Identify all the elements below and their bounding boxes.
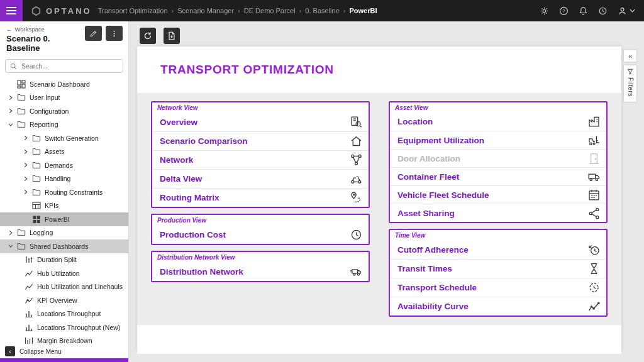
- tree-item-routing-constraints[interactable]: Routing Constraints: [0, 185, 128, 199]
- line-chart-icon: [24, 268, 33, 278]
- kebab-icon: [110, 30, 118, 38]
- tree-item-duration-split[interactable]: Duration Split: [0, 253, 128, 267]
- refresh-button[interactable]: [140, 28, 156, 44]
- settings-icon[interactable]: [539, 6, 549, 16]
- nav-item-label: Transit Times: [397, 264, 452, 273]
- nav-item-label: Scenario Comparison: [160, 136, 248, 146]
- nav-delta-view[interactable]: Delta View: [152, 169, 369, 188]
- tree-item-locations-throughput-new[interactable]: Locations Throughput (New): [0, 321, 128, 334]
- folder-icon: [31, 160, 41, 170]
- nav-overview[interactable]: Overview: [152, 112, 369, 131]
- folder-icon: [16, 241, 26, 251]
- breadcrumb-segment[interactable]: Transport Optimization: [98, 7, 168, 14]
- nav-network[interactable]: Network: [152, 150, 369, 169]
- pencil-icon: [89, 30, 97, 38]
- grid-icon: [31, 214, 41, 224]
- optano-logo[interactable]: OPTANO: [23, 6, 98, 16]
- expand-filters-button[interactable]: «: [624, 50, 636, 62]
- tree-item-label: PowerBI: [45, 216, 70, 223]
- tree-item-hub-utilization-linehauls[interactable]: Hub Utilization and Linehauls: [0, 280, 128, 294]
- table-icon: [31, 201, 41, 211]
- chevron-right-icon[interactable]: [6, 93, 15, 102]
- nav-cutoff-adherence[interactable]: Cutoff Adherence: [390, 240, 606, 259]
- tree-item-scenario-dashboard[interactable]: Scenario Dashboard: [0, 77, 128, 91]
- main-content: TRANSPORT OPTIMIZATION Network View Over…: [130, 21, 644, 362]
- more-options-button[interactable]: [106, 26, 123, 41]
- nav-location[interactable]: Location: [390, 112, 606, 131]
- nav-vehicle-fleet-schedule[interactable]: Vehicle Fleet Schedule: [390, 185, 606, 204]
- folder-icon: [16, 120, 26, 129]
- tree-item-label: Demands: [45, 162, 73, 169]
- nav-item-label: Door Allocation: [397, 154, 460, 163]
- nav-routing-matrix[interactable]: Routing Matrix: [152, 188, 369, 207]
- tree-item-assets[interactable]: Assets: [0, 145, 128, 159]
- notifications-icon[interactable]: [578, 6, 588, 16]
- account-icon: [617, 6, 627, 16]
- tree-item-label: Configuration: [30, 107, 69, 115]
- tree-item-handling[interactable]: Handling: [0, 172, 128, 186]
- tree-item-hub-utilization[interactable]: Hub Utilization: [0, 266, 128, 280]
- folder-icon: [31, 174, 41, 184]
- nav-equipment-utilization[interactable]: Equipment Utilization: [390, 131, 606, 149]
- tree-item-margin-breakdown[interactable]: Margin Breakdown: [0, 334, 128, 345]
- chevron-down-icon[interactable]: [6, 242, 15, 251]
- hourglass-icon: [587, 262, 601, 276]
- report-right-column: Asset View Location Equipment Utilizatio…: [389, 101, 608, 317]
- nav-item-label: Network: [160, 155, 193, 165]
- tree-item-kpi-overview[interactable]: KPI Overview: [0, 293, 128, 307]
- chevron-right-icon[interactable]: [6, 107, 15, 116]
- tree-item-powerbi[interactable]: PowerBI: [0, 212, 128, 226]
- tree-item-logging[interactable]: Logging: [0, 226, 128, 240]
- nav-transport-schedule[interactable]: Transport Schedule: [390, 278, 606, 297]
- tree-item-label: Locations Throughput: [37, 310, 101, 317]
- chevron-right-icon[interactable]: [21, 188, 30, 197]
- filters-tab-toggle[interactable]: Filters: [624, 65, 636, 102]
- brand-text: OPTANO: [46, 6, 92, 16]
- chevron-right-icon[interactable]: [21, 174, 30, 183]
- chevron-down-icon[interactable]: [6, 120, 15, 129]
- tree-item-demands[interactable]: Demands: [0, 158, 128, 172]
- tree-item-user-input[interactable]: User Input: [0, 91, 128, 105]
- chevron-right-icon[interactable]: [6, 228, 15, 237]
- report-toolbar: [140, 28, 180, 44]
- production-clock-icon: [349, 228, 363, 241]
- breadcrumb-segment[interactable]: 0. Baseline: [305, 7, 339, 14]
- chevron-right-icon[interactable]: [21, 161, 30, 170]
- nav-container-fleet[interactable]: Container Fleet: [390, 167, 606, 185]
- tree-item-configuration[interactable]: Configuration: [0, 104, 128, 118]
- collapse-chevron-icon: ‹: [5, 346, 15, 356]
- nav-transit-times[interactable]: Transit Times: [390, 259, 606, 278]
- workspace-back-link[interactable]: ← Workspace: [6, 26, 85, 33]
- tree-item-switch-generation[interactable]: Switch Generation: [0, 131, 128, 145]
- export-button[interactable]: [164, 28, 180, 44]
- nav-availability-curve[interactable]: Availability Curve: [390, 297, 606, 315]
- overview-icon: [349, 115, 363, 129]
- tree-item-locations-throughput[interactable]: Locations Throughput: [0, 307, 128, 321]
- group-asset-view: Asset View Location Equipment Utilizatio…: [389, 101, 608, 223]
- filters-pane: « Filters: [624, 50, 636, 102]
- collapse-menu-button[interactable]: ‹ Collapse Menu: [0, 344, 128, 358]
- network-icon: [349, 153, 363, 167]
- chevron-down-icon: [630, 9, 635, 13]
- nav-scenario-comparison[interactable]: Scenario Comparison: [152, 131, 369, 150]
- tree-item-kpis[interactable]: KPIs: [0, 199, 128, 213]
- nav-asset-sharing[interactable]: Asset Sharing: [390, 204, 606, 222]
- edit-scenario-button[interactable]: [85, 26, 102, 41]
- tree-item-reporting[interactable]: Reporting: [0, 118, 128, 132]
- nav-production-cost[interactable]: Production Cost: [152, 225, 369, 244]
- tree-item-shared-dashboards[interactable]: Shared Dashboards: [0, 239, 128, 253]
- container-truck-icon: [587, 170, 601, 184]
- search-input[interactable]: [20, 62, 118, 70]
- history-icon[interactable]: [597, 6, 608, 16]
- folder-icon: [16, 106, 26, 116]
- menu-button[interactable]: [0, 0, 23, 21]
- folder-icon: [31, 147, 41, 156]
- account-menu[interactable]: [617, 6, 635, 16]
- chevron-right-icon[interactable]: [21, 147, 30, 156]
- breadcrumb-segment[interactable]: DE Demo Parcel: [244, 7, 296, 14]
- help-icon[interactable]: ?: [558, 6, 569, 16]
- breadcrumb-separator: ›: [238, 7, 240, 14]
- nav-distribution-network[interactable]: Distribution Network: [152, 262, 369, 281]
- chevron-right-icon[interactable]: [21, 134, 30, 143]
- breadcrumb-segment[interactable]: Scenario Manager: [177, 7, 234, 14]
